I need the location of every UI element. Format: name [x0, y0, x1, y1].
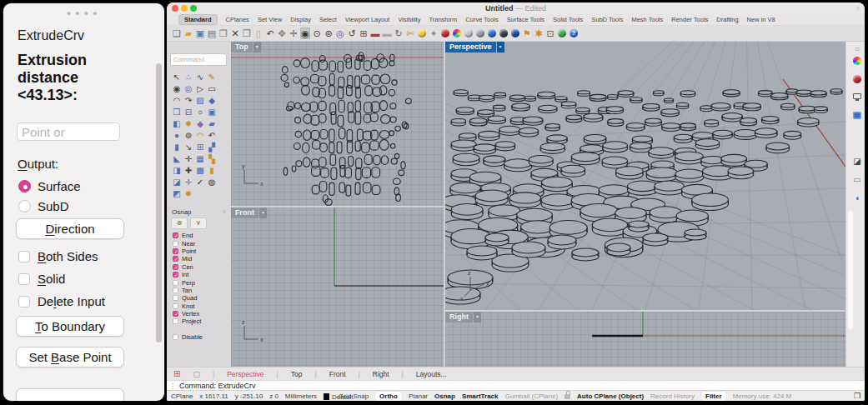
disable-checkbox[interactable] — [173, 334, 178, 340]
tool-icon-38[interactable]: ✓ — [194, 177, 206, 188]
settings-gear-icon[interactable]: ○ — [852, 44, 862, 54]
osnap-item-perp[interactable]: Perp — [173, 278, 228, 286]
subd-radio[interactable] — [18, 200, 31, 212]
tab-curve-tools[interactable]: Curve Tools — [465, 16, 498, 23]
chevron-down-icon[interactable]: ▾ — [474, 312, 481, 322]
osnap-item-end[interactable]: End — [173, 232, 228, 239]
set-base-point-button[interactable]: Set Base Point — [16, 347, 124, 368]
tool-icon-3[interactable]: ✎ — [206, 72, 218, 83]
lock-icon[interactable]: ✦ — [429, 28, 439, 39]
tab-display[interactable]: Display — [290, 16, 311, 23]
panel-drag-dots[interactable]: ●●●● — [3, 11, 164, 16]
right-scrollbar[interactable] — [848, 211, 853, 329]
tool-icon-21[interactable]: ⊚ — [183, 130, 194, 142]
material-dark-icon[interactable]: ◪ — [852, 157, 862, 167]
tool-icon-39[interactable]: ◍ — [206, 177, 218, 188]
near-checkbox[interactable] — [173, 241, 178, 247]
sphere-navy-icon[interactable] — [511, 29, 519, 38]
tab-subd-tools[interactable]: SubD Tools — [591, 16, 623, 23]
direction-button[interactable]: Direction — [16, 218, 124, 239]
chevron-down-icon[interactable]: ▾ — [497, 42, 504, 52]
tool-icon-8[interactable]: ◠ — [171, 95, 183, 107]
viewport-single-icon[interactable]: ▢ — [193, 370, 200, 378]
tool-icon-13[interactable]: ⊟ — [183, 107, 194, 118]
tool-icon-1[interactable]: ∴ — [183, 72, 194, 83]
tool-icon-17[interactable]: ✸ — [183, 118, 194, 130]
gumball-toggle[interactable]: Gumball (CPlane) — [505, 392, 559, 400]
point-filter-icon[interactable]: ⊛ — [171, 218, 188, 229]
new-file-icon[interactable]: ❏ — [172, 28, 182, 39]
car-red-icon[interactable]: ▬ — [370, 28, 380, 39]
tool-icon-23[interactable]: ↶ — [206, 130, 218, 142]
tool-icon-7[interactable]: ▭ — [206, 83, 218, 95]
units-button[interactable]: Millimeters — [285, 392, 317, 400]
gears-icon[interactable]: ✱ — [534, 28, 544, 39]
tab-transform[interactable]: Transform — [429, 16, 457, 23]
osnap-item-disable[interactable]: Disable — [173, 333, 228, 341]
quad-checkbox[interactable] — [173, 295, 178, 301]
tab-mesh-tools[interactable]: Mesh Tools — [631, 16, 663, 23]
tool-icon-34[interactable]: ▩ — [194, 165, 206, 177]
end-checkbox[interactable] — [173, 232, 178, 238]
solid-checkbox[interactable] — [18, 273, 30, 285]
viewport-tab-front[interactable]: Front — [329, 370, 346, 378]
tool-icon-25[interactable]: ↘ — [183, 142, 194, 153]
tab-drafting[interactable]: Drafting — [716, 16, 738, 23]
command-search-input[interactable] — [170, 53, 227, 66]
osnap-item-vertex[interactable]: Vertex — [173, 310, 228, 318]
layers-blue-icon[interactable] — [853, 112, 861, 119]
perspective-viewport-canvas[interactable]: zyx — [445, 42, 845, 310]
display-color-wheel-icon[interactable] — [853, 57, 861, 65]
open-folder-icon[interactable]: ▰ — [183, 28, 193, 39]
auto-cplane-toggle[interactable]: Auto CPlane (Object) — [577, 392, 644, 400]
osnap-item-cen[interactable]: Cen — [173, 263, 228, 271]
tool-icon-18[interactable]: ◆ — [194, 118, 206, 130]
chevron-down-icon[interactable]: ▾ — [253, 42, 261, 52]
zoom-selected-icon[interactable]: ◎ — [335, 28, 345, 39]
flag-icon[interactable]: ⚑ — [522, 28, 532, 39]
duplicate-icon[interactable]: ❒ — [242, 28, 252, 39]
color-wheel-icon[interactable] — [453, 29, 461, 38]
save-icon[interactable]: ▣ — [195, 28, 205, 39]
tab-render-tools[interactable]: Render Tools — [671, 16, 708, 23]
tab-standard[interactable]: Standard — [178, 14, 218, 25]
osnap-toggle[interactable]: Osnap — [434, 392, 455, 400]
zoom-window-icon[interactable]: ⊙ — [312, 28, 322, 39]
viewport-front-label[interactable]: Front ▾ — [231, 208, 267, 218]
top-viewport-canvas[interactable]: yx — [231, 42, 444, 206]
coord-y[interactable]: y -251.10 — [235, 392, 263, 400]
delete-input-checkbox[interactable] — [18, 296, 30, 308]
smarttrack-toggle[interactable]: SmartTrack — [462, 392, 499, 400]
viewport-perspective[interactable]: Perspective ▾ zyx — [445, 42, 845, 310]
tool-icon-41[interactable]: ✸ — [183, 188, 194, 200]
osnap-item-quad[interactable]: Quad — [173, 294, 228, 302]
car-gray-icon[interactable]: ▬ — [382, 28, 392, 39]
viewport-tab-perspective[interactable]: Perspective — [227, 370, 263, 378]
tool-icon-14[interactable]: ○ — [194, 107, 206, 118]
tool-icon-33[interactable]: ✚ — [183, 165, 194, 177]
coord-x[interactable]: x 1617.11 — [199, 392, 228, 400]
tool-icon-5[interactable]: ◎ — [183, 83, 194, 95]
selection-filter-icon[interactable]: ⋎ — [190, 218, 207, 229]
grid-snap-toggle[interactable]: Grid Snap — [339, 392, 369, 400]
filter-toggle[interactable]: Filter — [701, 392, 726, 401]
pan-icon[interactable]: ✥ — [277, 28, 287, 39]
tab-viewport-layout[interactable]: Viewport Layout — [345, 16, 390, 23]
ortho-toggle[interactable]: Ortho — [375, 392, 402, 401]
moon-blue-icon[interactable]: ◖ — [852, 193, 862, 203]
paste-icon[interactable]: ▯ — [253, 28, 263, 39]
tool-icon-15[interactable]: ▣ — [206, 107, 218, 118]
delete-icon[interactable]: ✕ — [230, 28, 240, 39]
record-history-toggle[interactable]: Record History — [650, 392, 695, 400]
right-viewport-canvas[interactable] — [445, 312, 845, 367]
undo-icon[interactable]: ↶ — [265, 28, 275, 39]
viewport-top-label[interactable]: Top ▾ — [231, 42, 261, 52]
viewport-right-label[interactable]: Right ▾ — [445, 312, 481, 322]
tool-icon-28[interactable]: ◣ — [171, 153, 183, 165]
to-boundary-button[interactable]: To Boundary — [16, 316, 124, 337]
osnap-item-mid[interactable]: Mid — [173, 255, 228, 262]
tool-icon-0[interactable]: ↖ — [171, 72, 183, 83]
clipped-button[interactable] — [16, 388, 124, 401]
both-sides-checkbox[interactable] — [18, 251, 30, 262]
display-monitor-icon[interactable] — [853, 93, 861, 99]
